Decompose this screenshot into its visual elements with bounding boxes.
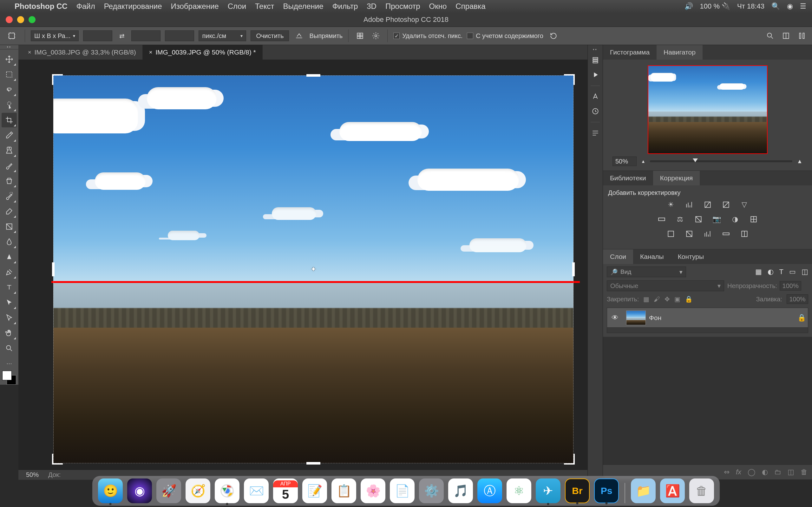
dock-app-appstore[interactable]: Ⓐ: [477, 478, 502, 503]
pen-tool[interactable]: [2, 265, 17, 279]
crop-width-input[interactable]: [83, 31, 112, 41]
history-brush-tool[interactable]: [2, 189, 17, 204]
crop-handle-r[interactable]: [572, 262, 575, 276]
new-fill-layer-icon[interactable]: ◐: [762, 468, 768, 476]
marquee-tool[interactable]: [2, 67, 17, 82]
battery-status[interactable]: 100 % 🔌: [700, 2, 730, 10]
zoom-out-icon[interactable]: ▲: [641, 159, 646, 164]
menu-select[interactable]: Выделение: [283, 2, 323, 11]
swap-dimensions-button[interactable]: ⇄: [117, 32, 127, 40]
crop-handle-bl[interactable]: [52, 454, 63, 464]
brush-settings-panel-icon[interactable]: [590, 127, 601, 139]
dock-app-photoshop[interactable]: Ps: [594, 478, 619, 503]
crop-ratio-dropdown[interactable]: Ш x В x Ра...▾: [31, 31, 79, 41]
invert-icon[interactable]: [664, 229, 677, 239]
levels-icon[interactable]: [683, 200, 696, 210]
new-layer-icon[interactable]: ◫: [788, 468, 794, 476]
clock[interactable]: Чт 18:43: [737, 2, 764, 10]
crop-resolution-input[interactable]: [165, 31, 194, 41]
dock-app-notes[interactable]: 📝: [302, 478, 327, 503]
dock-app-atom[interactable]: ⚛: [507, 478, 531, 503]
shape-tool[interactable]: [2, 311, 17, 325]
path-select-tool[interactable]: [2, 295, 17, 310]
workspace-menu-button[interactable]: [796, 30, 808, 42]
menu-layer[interactable]: Слои: [228, 2, 246, 11]
dock-trash[interactable]: 🗑: [689, 478, 714, 503]
document-canvas[interactable]: ✦: [53, 75, 573, 463]
siri-icon[interactable]: ◉: [787, 2, 793, 10]
exposure-icon[interactable]: [720, 200, 732, 210]
eraser-tool[interactable]: [2, 204, 17, 219]
canvas-area[interactable]: ✦: [18, 60, 588, 469]
selective-color-icon[interactable]: [738, 229, 751, 239]
current-tool-icon[interactable]: [4, 30, 19, 42]
dock-app-telegram[interactable]: ✈: [536, 478, 560, 503]
dock-app-launchpad[interactable]: 🚀: [156, 478, 181, 503]
dock-app-safari[interactable]: 🧭: [186, 478, 210, 503]
blur-tool[interactable]: [2, 234, 17, 249]
dock-folder-downloads[interactable]: 📁: [631, 478, 656, 503]
crop-handle-l[interactable]: [52, 262, 55, 276]
hand-tool[interactable]: [2, 326, 17, 340]
lock-pixels-icon[interactable]: 🖌: [654, 296, 660, 303]
close-tab-icon[interactable]: ×: [149, 49, 153, 56]
new-group-icon[interactable]: 🗀: [774, 468, 781, 476]
navigator-thumbnail[interactable]: [648, 65, 768, 154]
dock-app-reminders[interactable]: 📋: [332, 478, 356, 503]
hue-sat-icon[interactable]: [655, 214, 668, 224]
menu-help[interactable]: Справка: [455, 2, 485, 11]
dock-folder-applications[interactable]: 🅰️: [660, 478, 685, 503]
doc-info-label[interactable]: Док:: [48, 471, 61, 478]
crop-height-input[interactable]: [131, 31, 160, 41]
clear-button[interactable]: Очистить: [251, 31, 289, 41]
tab-adjustments[interactable]: Коррекция: [653, 171, 700, 185]
lock-transparent-icon[interactable]: ▦: [643, 295, 649, 303]
dock-app-chrome[interactable]: [215, 478, 240, 503]
crop-units-dropdown[interactable]: пикс./см▾: [199, 31, 246, 41]
volume-icon[interactable]: 🔊: [684, 2, 693, 10]
lasso-tool[interactable]: [2, 82, 17, 97]
lock-all-icon[interactable]: 🔒: [685, 295, 693, 303]
layer-visibility-icon[interactable]: 👁: [607, 314, 623, 322]
dock-app-finder[interactable]: 🙂: [98, 478, 123, 503]
dock-app-mail[interactable]: ✉️: [244, 478, 269, 503]
move-tool[interactable]: [2, 52, 17, 66]
tools-grip[interactable]: ••: [0, 45, 18, 49]
type-tool[interactable]: [2, 280, 17, 295]
dodge-tool[interactable]: [2, 250, 17, 264]
photo-filter-icon[interactable]: 📷: [711, 214, 723, 224]
menu-window[interactable]: Окно: [429, 2, 447, 11]
lock-artboard-icon[interactable]: ▣: [674, 295, 680, 303]
crop-handle-tr[interactable]: [564, 74, 575, 85]
layer-row[interactable]: 👁 Фон 🔒: [607, 308, 808, 328]
dock-app-pages[interactable]: 📄: [390, 478, 415, 503]
black-white-icon[interactable]: [692, 214, 705, 224]
eyedropper-tool[interactable]: [2, 128, 17, 143]
tab-layers[interactable]: Слои: [603, 249, 633, 264]
crop-frame[interactable]: ✦: [53, 75, 573, 463]
navigator-zoom-field[interactable]: [612, 157, 637, 166]
menu-image[interactable]: Изображение: [171, 2, 218, 11]
notification-center-icon[interactable]: ☰: [800, 2, 806, 10]
layer-mask-icon[interactable]: ◯: [748, 468, 756, 476]
fill-field[interactable]: 100%: [786, 294, 808, 304]
gradient-tool[interactable]: [2, 219, 17, 234]
opacity-field[interactable]: 100%: [780, 281, 801, 291]
tab-paths[interactable]: Контуры: [671, 249, 711, 264]
content-aware-checkbox[interactable]: С учетом содержимого: [467, 32, 543, 40]
menu-file[interactable]: Файл: [77, 2, 95, 11]
color-swatches[interactable]: [2, 371, 16, 385]
character-panel-icon[interactable]: [590, 91, 601, 102]
delete-cropped-checkbox[interactable]: ✓Удалить отсеч. пикс.: [393, 32, 462, 40]
dock-app-settings[interactable]: ⚙️: [419, 478, 444, 503]
history-panel-icon[interactable]: [590, 55, 601, 66]
menu-3d[interactable]: 3D: [367, 2, 376, 11]
color-lookup-icon[interactable]: [747, 214, 760, 224]
layer-style-icon[interactable]: fx: [736, 468, 741, 476]
layer-thumbnail[interactable]: [626, 311, 646, 325]
filter-pixel-icon[interactable]: ▦: [755, 268, 762, 276]
brightness-contrast-icon[interactable]: ☀: [664, 200, 677, 210]
link-layers-icon[interactable]: ⇔: [724, 468, 729, 476]
channel-mixer-icon[interactable]: ◑: [729, 214, 742, 224]
tab-navigator[interactable]: Навигатор: [657, 45, 703, 60]
